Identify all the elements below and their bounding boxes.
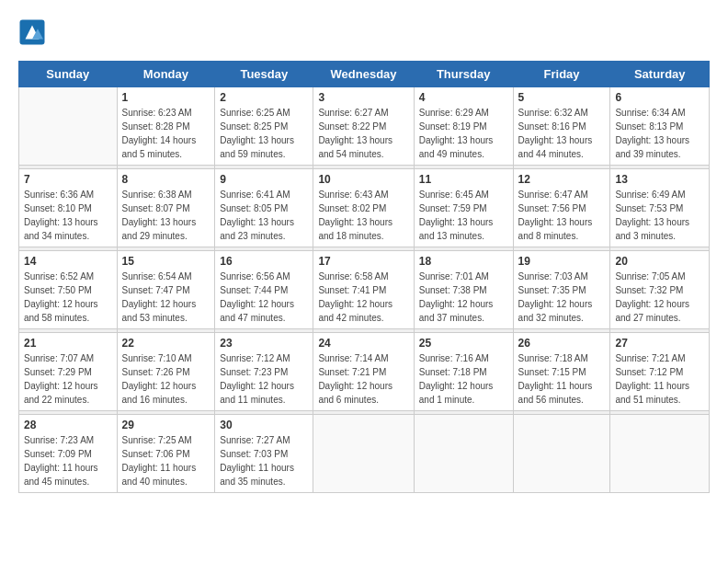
day-number: 18 <box>419 255 508 268</box>
day-info: Sunrise: 6:45 AMSunset: 7:59 PMDaylight:… <box>419 188 508 243</box>
day-number: 23 <box>220 337 308 350</box>
day-number: 29 <box>122 419 210 431</box>
day-info: Sunrise: 6:54 AMSunset: 7:47 PMDaylight:… <box>122 270 210 325</box>
day-info: Sunrise: 6:32 AMSunset: 8:16 PMDaylight:… <box>518 106 606 161</box>
day-info: Sunrise: 6:36 AMSunset: 8:10 PMDaylight:… <box>24 188 112 243</box>
calendar-week-row: 14Sunrise: 6:52 AMSunset: 7:50 PMDayligh… <box>19 251 710 329</box>
day-info: Sunrise: 6:41 AMSunset: 8:05 PMDaylight:… <box>220 188 308 243</box>
day-info: Sunrise: 7:12 AMSunset: 7:23 PMDaylight:… <box>220 351 308 407</box>
day-number: 10 <box>318 173 408 186</box>
day-number: 9 <box>220 173 308 186</box>
day-number: 24 <box>318 337 408 350</box>
day-number: 17 <box>318 255 408 268</box>
weekday-header-monday: Monday <box>117 62 215 87</box>
day-number: 21 <box>24 337 112 350</box>
day-number: 19 <box>518 255 606 268</box>
weekday-header-tuesday: Tuesday <box>215 62 313 87</box>
day-info: Sunrise: 7:03 AMSunset: 7:35 PMDaylight:… <box>518 270 606 325</box>
calendar-cell: 21Sunrise: 7:07 AMSunset: 7:29 PMDayligh… <box>19 333 118 411</box>
calendar-cell: 25Sunrise: 7:16 AMSunset: 7:18 PMDayligh… <box>414 333 513 411</box>
day-info: Sunrise: 6:38 AMSunset: 8:07 PMDaylight:… <box>122 188 210 243</box>
day-number: 20 <box>615 255 704 268</box>
day-number: 26 <box>518 337 606 350</box>
weekday-header-wednesday: Wednesday <box>313 62 414 87</box>
calendar-cell: 16Sunrise: 6:56 AMSunset: 7:44 PMDayligh… <box>215 251 313 329</box>
day-info: Sunrise: 7:27 AMSunset: 7:03 PMDaylight:… <box>220 433 308 488</box>
day-info: Sunrise: 6:58 AMSunset: 7:41 PMDaylight:… <box>318 270 408 325</box>
day-number: 15 <box>122 255 210 268</box>
day-number: 22 <box>122 337 210 350</box>
weekday-header-sunday: Sunday <box>19 62 118 87</box>
day-info: Sunrise: 7:23 AMSunset: 7:09 PMDaylight:… <box>24 433 112 488</box>
calendar-cell: 12Sunrise: 6:47 AMSunset: 7:56 PMDayligh… <box>513 169 610 247</box>
calendar-cell: 2Sunrise: 6:25 AMSunset: 8:25 PMDaylight… <box>215 87 313 166</box>
day-number: 27 <box>615 337 704 350</box>
day-info: Sunrise: 6:47 AMSunset: 7:56 PMDaylight:… <box>518 188 606 243</box>
calendar-cell: 9Sunrise: 6:41 AMSunset: 8:05 PMDaylight… <box>215 169 313 247</box>
day-number: 12 <box>518 173 606 186</box>
day-number: 2 <box>220 91 308 104</box>
day-info: Sunrise: 7:16 AMSunset: 7:18 PMDaylight:… <box>419 351 508 407</box>
day-number: 25 <box>419 337 508 350</box>
calendar-cell <box>610 415 710 493</box>
day-info: Sunrise: 7:25 AMSunset: 7:06 PMDaylight:… <box>122 433 210 488</box>
day-info: Sunrise: 6:23 AMSunset: 8:28 PMDaylight:… <box>122 106 210 161</box>
day-number: 3 <box>318 91 408 104</box>
calendar-cell: 13Sunrise: 6:49 AMSunset: 7:53 PMDayligh… <box>610 169 710 247</box>
calendar-cell: 4Sunrise: 6:29 AMSunset: 8:19 PMDaylight… <box>414 87 513 166</box>
day-number: 1 <box>122 91 210 104</box>
page-header <box>18 18 710 46</box>
calendar-cell: 22Sunrise: 7:10 AMSunset: 7:26 PMDayligh… <box>117 333 215 411</box>
calendar-cell: 29Sunrise: 7:25 AMSunset: 7:06 PMDayligh… <box>117 415 215 493</box>
calendar-cell: 3Sunrise: 6:27 AMSunset: 8:22 PMDaylight… <box>313 87 414 166</box>
calendar-cell: 15Sunrise: 6:54 AMSunset: 7:47 PMDayligh… <box>117 251 215 329</box>
day-info: Sunrise: 7:18 AMSunset: 7:15 PMDaylight:… <box>518 351 606 407</box>
calendar-cell: 26Sunrise: 7:18 AMSunset: 7:15 PMDayligh… <box>513 333 610 411</box>
day-info: Sunrise: 6:49 AMSunset: 7:53 PMDaylight:… <box>615 188 704 243</box>
calendar-cell: 6Sunrise: 6:34 AMSunset: 8:13 PMDaylight… <box>610 87 710 166</box>
calendar-cell: 5Sunrise: 6:32 AMSunset: 8:16 PMDaylight… <box>513 87 610 166</box>
day-info: Sunrise: 7:10 AMSunset: 7:26 PMDaylight:… <box>122 351 210 407</box>
day-number: 14 <box>24 255 112 268</box>
weekday-header-thursday: Thursday <box>414 62 513 87</box>
day-number: 28 <box>24 419 112 431</box>
calendar-cell: 10Sunrise: 6:43 AMSunset: 8:02 PMDayligh… <box>313 169 414 247</box>
calendar-cell: 8Sunrise: 6:38 AMSunset: 8:07 PMDaylight… <box>117 169 215 247</box>
day-number: 8 <box>122 173 210 186</box>
calendar-week-row: 28Sunrise: 7:23 AMSunset: 7:09 PMDayligh… <box>19 415 710 493</box>
calendar-cell: 28Sunrise: 7:23 AMSunset: 7:09 PMDayligh… <box>19 415 118 493</box>
calendar-cell: 19Sunrise: 7:03 AMSunset: 7:35 PMDayligh… <box>513 251 610 329</box>
calendar-week-row: 7Sunrise: 6:36 AMSunset: 8:10 PMDaylight… <box>19 169 710 247</box>
calendar-week-row: 1Sunrise: 6:23 AMSunset: 8:28 PMDaylight… <box>19 87 710 166</box>
calendar-cell: 14Sunrise: 6:52 AMSunset: 7:50 PMDayligh… <box>19 251 118 329</box>
calendar-cell: 20Sunrise: 7:05 AMSunset: 7:32 PMDayligh… <box>610 251 710 329</box>
weekday-header-row: SundayMondayTuesdayWednesdayThursdayFrid… <box>19 62 710 87</box>
calendar-cell: 27Sunrise: 7:21 AMSunset: 7:12 PMDayligh… <box>610 333 710 411</box>
day-info: Sunrise: 6:25 AMSunset: 8:25 PMDaylight:… <box>220 106 308 161</box>
day-info: Sunrise: 6:27 AMSunset: 8:22 PMDaylight:… <box>318 106 408 161</box>
calendar-cell: 7Sunrise: 6:36 AMSunset: 8:10 PMDaylight… <box>19 169 118 247</box>
day-number: 16 <box>220 255 308 268</box>
day-info: Sunrise: 7:21 AMSunset: 7:12 PMDaylight:… <box>615 351 704 407</box>
day-number: 4 <box>419 91 508 104</box>
calendar-cell <box>313 415 414 493</box>
day-info: Sunrise: 6:52 AMSunset: 7:50 PMDaylight:… <box>24 270 112 325</box>
calendar-cell <box>513 415 610 493</box>
calendar-cell: 18Sunrise: 7:01 AMSunset: 7:38 PMDayligh… <box>414 251 513 329</box>
weekday-header-saturday: Saturday <box>610 62 710 87</box>
calendar-week-row: 21Sunrise: 7:07 AMSunset: 7:29 PMDayligh… <box>19 333 710 411</box>
day-number: 11 <box>419 173 508 186</box>
calendar-cell: 1Sunrise: 6:23 AMSunset: 8:28 PMDaylight… <box>117 87 215 166</box>
day-number: 13 <box>615 173 704 186</box>
day-info: Sunrise: 6:29 AMSunset: 8:19 PMDaylight:… <box>419 106 508 161</box>
day-info: Sunrise: 6:43 AMSunset: 8:02 PMDaylight:… <box>318 188 408 243</box>
calendar-cell <box>414 415 513 493</box>
calendar-table: SundayMondayTuesdayWednesdayThursdayFrid… <box>18 61 710 493</box>
day-number: 30 <box>220 419 308 431</box>
day-info: Sunrise: 6:56 AMSunset: 7:44 PMDaylight:… <box>220 270 308 325</box>
day-info: Sunrise: 7:07 AMSunset: 7:29 PMDaylight:… <box>24 351 112 407</box>
weekday-header-friday: Friday <box>513 62 610 87</box>
calendar-cell: 17Sunrise: 6:58 AMSunset: 7:41 PMDayligh… <box>313 251 414 329</box>
day-number: 7 <box>24 173 112 186</box>
day-number: 6 <box>615 91 704 104</box>
